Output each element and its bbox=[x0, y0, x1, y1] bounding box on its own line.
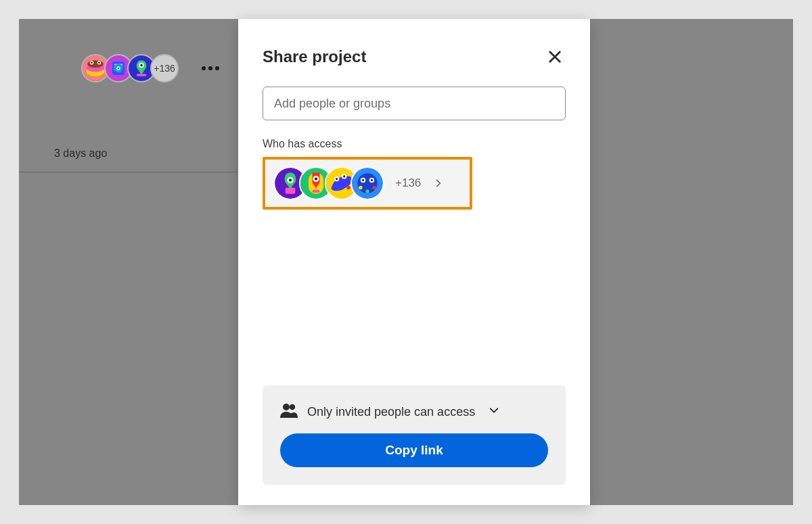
overflow-count: +136 bbox=[154, 63, 175, 74]
who-has-access-label: Who has access bbox=[263, 138, 566, 150]
copy-link-button[interactable]: Copy link bbox=[280, 433, 548, 467]
svg-point-6 bbox=[91, 62, 93, 64]
dialog-footer: Only invited people can access Copy link bbox=[263, 385, 566, 485]
svg-rect-19 bbox=[137, 74, 146, 76]
svg-point-45 bbox=[290, 404, 295, 410]
svg-rect-28 bbox=[312, 190, 319, 193]
access-level-label: Only invited people can access bbox=[307, 405, 475, 419]
svg-point-34 bbox=[346, 186, 351, 190]
dialog-header: Share project bbox=[263, 46, 566, 68]
svg-point-23 bbox=[289, 178, 292, 181]
dialog-title: Share project bbox=[263, 47, 366, 66]
svg-point-18 bbox=[140, 64, 143, 67]
copy-link-label: Copy link bbox=[385, 443, 443, 457]
svg-point-44 bbox=[283, 404, 290, 410]
people-icon bbox=[280, 403, 298, 421]
svg-point-15 bbox=[118, 68, 120, 70]
divider bbox=[19, 172, 238, 172]
close-button[interactable] bbox=[544, 46, 566, 68]
svg-point-33 bbox=[343, 175, 345, 177]
close-icon bbox=[547, 49, 562, 64]
who-has-access-row[interactable]: +136 bbox=[263, 157, 472, 210]
collaborator-avatars-header: +136 bbox=[81, 54, 219, 82]
svg-point-43 bbox=[365, 189, 369, 193]
avatar-overflow-badge[interactable]: +136 bbox=[150, 54, 179, 82]
svg-point-39 bbox=[362, 179, 364, 181]
svg-point-27 bbox=[315, 177, 317, 180]
add-people-input[interactable] bbox=[263, 87, 566, 120]
share-project-dialog: Share project Who has access +136 bbox=[238, 19, 590, 505]
avatar bbox=[351, 166, 384, 200]
svg-point-3 bbox=[87, 60, 104, 68]
chevron-right-icon bbox=[432, 176, 445, 190]
svg-point-41 bbox=[359, 186, 363, 190]
access-overflow-count: +136 bbox=[395, 176, 421, 190]
more-horizontal-icon[interactable] bbox=[202, 66, 219, 70]
svg-point-42 bbox=[372, 186, 376, 190]
access-level-dropdown[interactable]: Only invited people can access bbox=[280, 400, 548, 433]
access-avatars bbox=[273, 166, 384, 200]
svg-point-40 bbox=[371, 179, 373, 181]
chevron-down-icon bbox=[489, 405, 499, 419]
timestamp: 3 days ago bbox=[54, 147, 107, 160]
svg-point-7 bbox=[98, 62, 100, 64]
svg-point-32 bbox=[336, 178, 338, 180]
